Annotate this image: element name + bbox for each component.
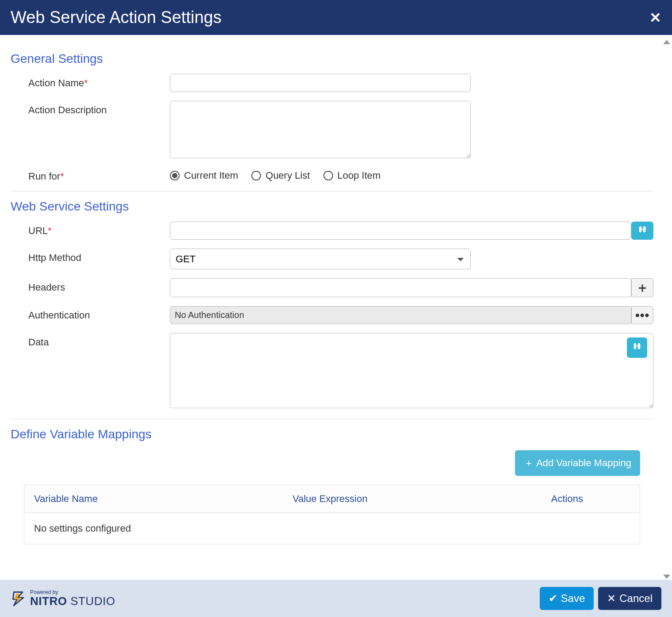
url-input[interactable]: [170, 222, 631, 240]
close-icon[interactable]: ✕: [649, 11, 661, 25]
data-input[interactable]: [170, 333, 653, 408]
col-actions: Actions: [541, 485, 640, 513]
data-lookup-button[interactable]: [627, 337, 647, 358]
divider: [11, 419, 653, 419]
dialog-title: Web Service Action Settings: [11, 8, 222, 27]
url-lookup-button[interactable]: [631, 222, 653, 240]
authentication-config-button[interactable]: •••: [631, 306, 653, 324]
col-variable-name: Variable Name: [24, 485, 283, 513]
brand-name-bold: NITRO: [30, 594, 67, 608]
empty-state-text: No settings configured: [24, 513, 640, 544]
col-value-expression: Value Expression: [283, 485, 541, 513]
scroll-up-icon[interactable]: [663, 40, 670, 44]
dialog-header: Web Service Action Settings ✕: [0, 0, 672, 35]
authentication-input[interactable]: [170, 306, 631, 324]
radio-query-list[interactable]: Query List: [251, 170, 310, 181]
brand-name-light: STUDIO: [70, 594, 115, 608]
save-button[interactable]: ✔ Save: [540, 587, 594, 610]
cancel-button[interactable]: ✕ Cancel: [598, 587, 661, 610]
action-name-input[interactable]: [170, 74, 471, 92]
mappings-table: Variable Name Value Expression Actions N…: [24, 485, 640, 544]
section-webservice-heading: Web Service Settings: [11, 199, 653, 214]
label-http-method: Http Method: [28, 249, 170, 264]
check-icon: ✔: [549, 592, 557, 605]
radio-icon: [323, 171, 333, 180]
label-run-for: Run for*: [28, 167, 170, 182]
scroll-down-icon[interactable]: [663, 575, 670, 579]
plus-icon: ＋: [636, 279, 649, 297]
binoculars-icon: [637, 225, 647, 237]
add-header-button[interactable]: ＋: [631, 278, 653, 297]
label-action-name: Action Name*: [28, 74, 170, 89]
radio-current-item[interactable]: Current Item: [170, 170, 238, 181]
headers-input[interactable]: [170, 278, 631, 297]
label-action-description: Action Description: [28, 101, 170, 116]
plus-icon: ＋: [524, 456, 534, 470]
close-icon: ✕: [607, 592, 616, 605]
divider: [11, 191, 653, 192]
ellipsis-icon: •••: [635, 308, 649, 322]
label-headers: Headers: [28, 278, 170, 293]
label-data: Data: [28, 333, 170, 348]
binoculars-icon: [632, 341, 642, 354]
add-variable-mapping-button[interactable]: ＋ Add Variable Mapping: [515, 450, 640, 476]
table-row: No settings configured: [24, 513, 640, 544]
section-mappings-heading: Define Variable Mappings: [11, 427, 653, 441]
dialog-footer: Powered by NITRO STUDIO ✔ Save ✕ Cancel: [0, 580, 672, 617]
action-description-input[interactable]: [170, 101, 471, 158]
radio-icon: [170, 171, 180, 180]
radio-icon: [251, 171, 261, 180]
brand-logo: Powered by NITRO STUDIO: [11, 589, 115, 608]
brand-icon: [11, 590, 27, 606]
label-url: URL*: [28, 222, 170, 237]
radio-loop-item[interactable]: Loop Item: [323, 170, 381, 181]
label-authentication: Authentication: [28, 306, 170, 321]
dialog-body: General Settings Action Name* Action Des…: [0, 35, 672, 580]
http-method-select[interactable]: GET: [170, 249, 471, 269]
section-general-heading: General Settings: [11, 52, 653, 66]
